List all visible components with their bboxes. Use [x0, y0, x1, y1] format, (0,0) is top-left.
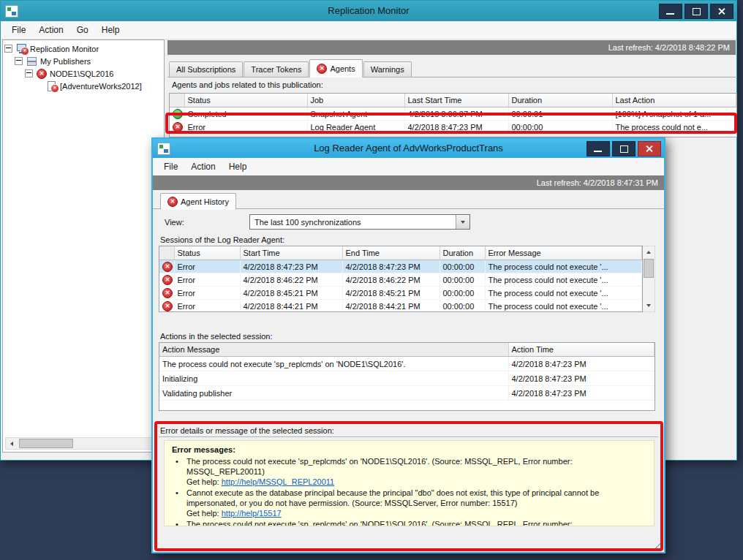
menu-file[interactable]: File: [5, 22, 32, 38]
scrollbar-thumb[interactable]: [19, 439, 73, 448]
tree-item-replication-monitor[interactable]: Replication Monitor: [4, 42, 162, 55]
tab-agents[interactable]: Agents: [309, 59, 362, 77]
column-header-action-time[interactable]: Action Time: [508, 343, 655, 357]
cell-status: Error: [174, 260, 240, 273]
maximize-icon: [620, 145, 628, 153]
close-button[interactable]: [710, 4, 733, 19]
menu-help[interactable]: Help: [95, 22, 127, 38]
cell-status: Error: [184, 121, 307, 134]
agent-row-snapshot[interactable]: Completed Snapshot Agent 4/2/2018 8:06:3…: [170, 107, 736, 121]
sessions-vertical-scrollbar: [643, 246, 655, 312]
agents-section-label: Agents and jobs related to this publicat…: [172, 80, 323, 89]
scrollbar-thumb[interactable]: [644, 259, 654, 278]
cell-end-time: 4/2/2018 8:47:23 PM: [342, 260, 440, 273]
help-link[interactable]: http://help/15517: [222, 509, 282, 518]
column-header-icon[interactable]: [170, 94, 184, 107]
view-combobox-value: The last 100 synchronizations: [250, 218, 456, 227]
main-refresh-bar: Last refresh: 4/2/2018 8:48:22 PM: [167, 40, 736, 55]
tab-tracer-tokens[interactable]: Tracer Tokens: [244, 61, 309, 77]
column-header-duration[interactable]: Duration: [508, 94, 612, 107]
sessions-grid: Status Start Time End Time Duration Erro…: [159, 246, 643, 312]
action-row[interactable]: The process could not execute 'sp_replcm…: [159, 357, 655, 371]
cell-error-message: The process could not execute '...: [485, 273, 642, 287]
column-header-status[interactable]: Status: [174, 246, 240, 260]
tab-all-subscriptions[interactable]: All Subscriptions: [169, 61, 243, 77]
error-server-icon: [37, 69, 47, 79]
resize-grip[interactable]: [652, 540, 662, 550]
error-icon: [162, 262, 173, 272]
cell-error-message: The process could not execute '...: [485, 300, 642, 313]
scroll-up-button[interactable]: [643, 246, 655, 258]
publisher-tree: Replication Monitor My Publishers NODE1\…: [3, 40, 164, 94]
tab-label: All Subscriptions: [176, 65, 235, 74]
session-row[interactable]: Error 4/2/2018 8:45:21 PM 4/2/2018 8:45:…: [159, 287, 642, 300]
tree-expander-icon[interactable]: [15, 57, 23, 65]
scroll-left-button[interactable]: [6, 438, 18, 449]
column-header-icon[interactable]: [159, 246, 174, 260]
menu-action[interactable]: Action: [184, 159, 222, 175]
agents-grid: Status Job Last Start Time Duration Last…: [169, 93, 737, 137]
column-header-error-message[interactable]: Error Message: [485, 246, 642, 260]
cell-end-time: 4/2/2018 8:44:21 PM: [342, 300, 440, 313]
menu-help[interactable]: Help: [222, 159, 254, 175]
tab-label: Agent History: [181, 197, 229, 206]
close-button[interactable]: [638, 141, 661, 156]
scroll-down-button[interactable]: [643, 300, 655, 311]
cell-status: Completed: [184, 107, 307, 121]
main-titlebar[interactable]: Replication Monitor: [1, 1, 736, 21]
column-header-last-start-time[interactable]: Last Start Time: [404, 94, 508, 107]
tree-expander-icon[interactable]: [25, 69, 33, 77]
column-header-duration[interactable]: Duration: [440, 246, 485, 260]
error-icon: [317, 64, 327, 74]
cell-status: Error: [174, 300, 240, 313]
menu-go[interactable]: Go: [70, 22, 95, 38]
cell-action-message: Initializing: [159, 371, 508, 386]
scrollbar-track[interactable]: [643, 258, 655, 300]
tree-horizontal-scrollbar: [5, 437, 162, 450]
cell-last-start: 4/2/2018 8:06:37 PM: [404, 107, 508, 121]
publisher-tree-panel: Replication Monitor My Publishers NODE1\…: [2, 39, 165, 453]
scrollbar-track[interactable]: [18, 438, 149, 449]
view-combobox[interactable]: The last 100 synchronizations: [249, 214, 470, 230]
minimize-button[interactable]: [659, 4, 682, 19]
sessions-section-label: Sessions of the Log Reader Agent:: [160, 235, 284, 244]
agent-row-log-reader[interactable]: Error Log Reader Agent 4/2/2018 8:47:23 …: [170, 121, 736, 134]
cell-duration: 00:00:00: [508, 121, 612, 134]
maximize-button[interactable]: [684, 4, 708, 19]
cell-status: Error: [174, 273, 240, 287]
column-header-start-time[interactable]: Start Time: [240, 246, 342, 260]
tree-item-my-publishers[interactable]: My Publishers: [4, 55, 162, 67]
menu-file[interactable]: File: [157, 159, 184, 175]
dropdown-arrow-icon: [461, 221, 465, 224]
tab-agent-history[interactable]: Agent History: [160, 193, 236, 210]
cell-job: Snapshot Agent: [307, 107, 404, 121]
help-link[interactable]: http://help/MSSQL_REPL20011: [222, 477, 335, 486]
session-row[interactable]: Error 4/2/2018 8:44:21 PM 4/2/2018 8:44:…: [159, 300, 642, 313]
session-row-selected[interactable]: Error 4/2/2018 8:47:23 PM 4/2/2018 8:47:…: [159, 260, 642, 273]
dialog-window-controls: [587, 141, 661, 156]
error-message-text: The process could not execute 'sp_replcm…: [186, 520, 572, 526]
tab-warnings[interactable]: Warnings: [363, 61, 412, 77]
menu-action[interactable]: Action: [32, 22, 69, 38]
combobox-dropdown-button[interactable]: [456, 215, 469, 229]
column-header-action-message[interactable]: Action Message: [159, 343, 508, 357]
error-icon: [162, 275, 173, 285]
minimize-button[interactable]: [587, 141, 610, 156]
action-row[interactable]: Initializing 4/2/2018 8:47:23 PM: [159, 371, 655, 386]
column-header-last-action[interactable]: Last Action: [612, 94, 736, 107]
column-header-job[interactable]: Job: [307, 94, 404, 107]
column-header-end-time[interactable]: End Time: [342, 246, 440, 260]
cell-job: Log Reader Agent: [307, 121, 404, 134]
session-row[interactable]: Error 4/2/2018 8:46:22 PM 4/2/2018 8:46:…: [159, 273, 642, 287]
cell-last-action: The process could not e...: [612, 121, 736, 134]
action-row[interactable]: Validating publisher 4/2/2018 8:47:23 PM: [159, 386, 655, 401]
tree-item-adventureworks2012[interactable]: [AdventureWorks2012]: [4, 80, 162, 92]
maximize-button[interactable]: [612, 141, 635, 156]
cell-error-message: The process could not execute '...: [485, 260, 642, 273]
get-help-label: Get help:: [186, 477, 219, 486]
tree-item-node1-sql2016[interactable]: NODE1\SQL2016: [4, 67, 162, 80]
column-header-status[interactable]: Status: [184, 94, 307, 107]
dialog-titlebar[interactable]: Log Reader Agent of AdvWorksProductTrans: [153, 139, 664, 158]
tree-expander-icon[interactable]: [4, 45, 12, 53]
sessions-area: Status Start Time End Time Duration Erro…: [159, 246, 655, 312]
